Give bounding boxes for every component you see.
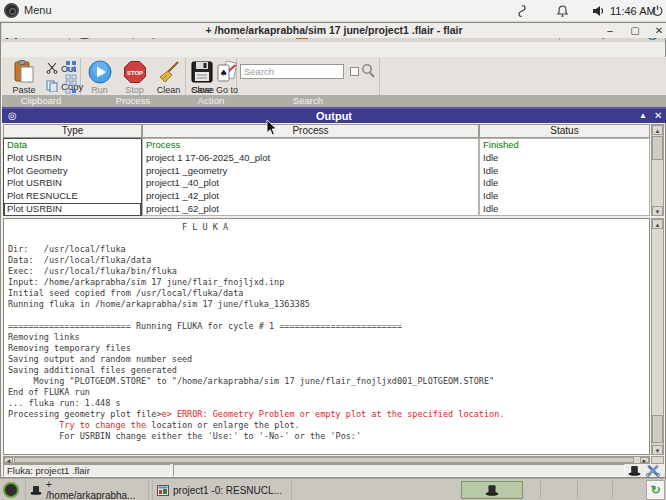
table-cell-process[interactable]: project 1 17-06-2025_40_plot (143, 152, 478, 165)
column-header-process[interactable]: Process (142, 124, 479, 138)
log-line: Saving output and random number seed (8, 354, 649, 365)
scroll-left-icon[interactable]: ◄ (4, 457, 13, 463)
table-cell-type[interactable]: Data (4, 139, 141, 152)
taskbar-window-plot[interactable]: project1 -0: RESNUCL... (152, 480, 292, 500)
statusbar-message: Fluka: project1 .flair (3, 464, 171, 477)
table-cell-process[interactable]: project1 _40_plot (143, 177, 478, 190)
table-cell-type[interactable]: Plot USRBIN (4, 177, 141, 190)
save-label: Save (189, 85, 215, 95)
log-hscroll-thumb[interactable] (14, 457, 634, 463)
save-run-button[interactable]: Save (189, 60, 215, 95)
output-panel-header[interactable]: ◎ Output ▲ ✕ (2, 107, 666, 123)
table-cell-process[interactable]: Process (143, 139, 478, 152)
volume-icon[interactable] (592, 4, 606, 18)
table-cell-type[interactable]: Plot RESNUCLE (4, 190, 141, 203)
log-line (8, 310, 649, 321)
distro-logo-icon[interactable] (4, 3, 19, 18)
table-cell-type[interactable]: Plot Geometry (4, 165, 141, 178)
clean-button[interactable]: Clean (152, 60, 185, 95)
table-cell-status[interactable]: Idle (480, 177, 649, 190)
column-header-status[interactable]: Status (479, 124, 650, 138)
table-cell-status[interactable]: Idle (480, 152, 649, 165)
run-button[interactable]: Run (83, 60, 116, 95)
save-floppy-icon (191, 60, 213, 84)
table-cell-status[interactable]: Idle (480, 203, 649, 216)
clean-label: Clean (152, 85, 185, 95)
scroll-up-icon[interactable]: ▲ (652, 125, 663, 135)
panel-close-icon[interactable]: ✕ (654, 109, 662, 123)
tools-icon[interactable] (645, 464, 661, 477)
paste-label: Paste (5, 85, 43, 95)
log-output[interactable]: F L U K A Dir: /usr/local/flukaData: /us… (3, 218, 650, 455)
flair-hat-icon (30, 485, 42, 495)
log-scrollbar[interactable]: ▲ ▼ (651, 218, 664, 455)
scroll-down-icon[interactable]: ▼ (652, 206, 663, 216)
taskbar-start-icon[interactable] (3, 482, 19, 498)
scroll-right-icon[interactable]: ► (640, 457, 649, 463)
taskbar-window-flair[interactable]: + /home/arkaprabha... (25, 480, 149, 500)
log-hscrollbar[interactable]: ◄ ► (3, 456, 650, 464)
workspace-switch-icon[interactable]: ↻ (646, 480, 665, 500)
notifications-bell-icon[interactable] (556, 4, 569, 18)
log-line: End of FLUKA run (8, 387, 649, 398)
titlebar[interactable]: + /home/arkaprabha/sim 17 june/project1 … (2, 23, 666, 38)
log-line: Input: /home/arkaprabha/sim 17 june/flai… (8, 277, 649, 288)
panel-detach-icon[interactable]: ◎ (8, 109, 17, 123)
goto-label: Go to (214, 85, 240, 95)
scroll-corner (651, 456, 664, 464)
log-line: Data: /usr/local/fluka/data (8, 255, 649, 266)
log-line (8, 233, 649, 244)
log-line: Try to change the location or enlarge th… (8, 420, 649, 431)
paste-clipboard-icon (13, 60, 35, 84)
search-case-checkbox[interactable] (350, 67, 359, 76)
close-icon[interactable]: ✕ (652, 24, 666, 37)
plot-window-icon (157, 485, 169, 496)
log-line: Saving additional files generated (8, 365, 649, 376)
minimize-icon[interactable]: – (603, 24, 617, 37)
table-cell-process[interactable]: project1 _42_plot (143, 190, 478, 203)
statusbar-flair-icon[interactable] (628, 465, 641, 476)
table-cell-process[interactable]: project1 _geometry (143, 165, 478, 178)
maximize-icon[interactable]: ▢ (628, 24, 642, 37)
group-label-action: Action (186, 95, 236, 107)
stop-button[interactable]: STOP Stop (118, 60, 151, 95)
taskbar-active-app[interactable] (461, 481, 523, 499)
table-scrollbar[interactable]: ▲ ▼ (651, 124, 664, 216)
column-header-type[interactable]: Type (3, 124, 142, 138)
process-name-list[interactable]: Processproject 1 17-06-2025_40_plotproje… (142, 138, 479, 216)
process-type-list[interactable]: DataPlot USRBINPlot GeometryPlot USRBINP… (3, 138, 142, 216)
table-cell-process[interactable]: project1 _62_plot (143, 203, 478, 216)
run-label: Run (83, 85, 116, 95)
panel-maximize-icon[interactable]: ▲ (639, 109, 647, 123)
output-panel-title: Output (2, 109, 666, 123)
search-input[interactable] (240, 64, 344, 79)
flair-window: + /home/arkaprabha/sim 17 june/project1 … (0, 22, 666, 478)
audio-input-icon[interactable] (515, 4, 528, 18)
table-cell-status[interactable]: Finished (480, 139, 649, 152)
log-line: ... fluka run: 1.448 s (8, 398, 649, 409)
table-cell-status[interactable]: Idle (480, 190, 649, 203)
flair-hat-icon (485, 484, 499, 496)
table-cell-type[interactable]: Plot USRBIN (4, 203, 141, 216)
table-cell-type[interactable]: Plot USRBIN (4, 152, 141, 165)
log-line: Removing temporary files (8, 343, 649, 354)
log-scroll-thumb[interactable] (652, 415, 663, 443)
menu-button[interactable]: Menu (24, 4, 52, 16)
scroll-up-icon[interactable]: ▲ (652, 219, 663, 229)
cut-scissors-icon (46, 62, 58, 74)
clock[interactable]: 11:46 AM (610, 5, 656, 17)
search-icon[interactable] (361, 63, 375, 78)
goto-button[interactable]: ♠ Go to (214, 60, 240, 95)
statusbar-secondary (173, 464, 625, 477)
window-title: + /home/arkaprabha/sim 17 june/project1 … (2, 23, 666, 38)
log-line: Processing geometry plot file>e> ERROR: … (8, 409, 649, 420)
process-status-list[interactable]: FinishedIdleIdleIdleIdleIdle (479, 138, 650, 216)
card-view-toggle-icon[interactable] (65, 60, 77, 72)
screen: Menu 11:46 AM + /home/arkaprabha/sim 17 … (0, 0, 666, 500)
list-view-toggle-icon[interactable] (65, 74, 77, 86)
scroll-down-icon[interactable]: ▼ (652, 445, 663, 455)
power-icon[interactable] (651, 4, 664, 18)
table-cell-status[interactable]: Idle (480, 165, 649, 178)
table-scroll-thumb[interactable] (652, 136, 663, 160)
paste-button[interactable]: Paste (5, 60, 43, 95)
